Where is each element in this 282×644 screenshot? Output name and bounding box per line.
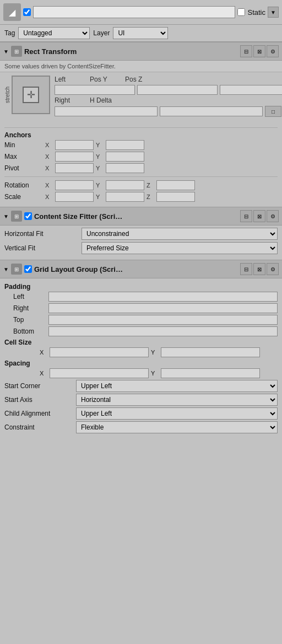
cell-x-axis: X [40,349,47,356]
start-axis-row: Start Axis Horizontal Vertical [4,394,278,406]
rt-header-row2: Right H Delta [55,96,282,104]
posy-input[interactable]: 0.050053 [137,85,218,95]
pivot-x[interactable]: 0 [55,163,94,173]
vertical-fit-row: Vertical Fit Unconstrained Min Size Pref… [4,242,278,254]
constraint-row: Constraint Flexible Fixed Column Count F… [4,421,278,433]
active-checkbox[interactable] [23,8,31,16]
anchors-max-x[interactable]: 1 [55,152,94,162]
scale-x[interactable]: 1 [55,192,94,202]
start-axis-label: Start Axis [4,396,76,404]
tag-select[interactable]: Untagged [18,27,90,39]
rt-values-row2: 0 2081.283 □ R [55,106,282,117]
glg-btn-1[interactable]: ⊟ [240,263,252,275]
rotation-z-label: Z [147,182,154,189]
glg-enable-checkbox[interactable] [24,265,32,273]
anchors-min-x[interactable]: 0 [55,140,94,150]
padding-right-input[interactable]: 0 [48,303,278,313]
padding-left-label: Left [4,293,48,300]
static-checkbox[interactable] [237,8,245,16]
scale-z[interactable]: 1 [156,192,195,202]
scale-y[interactable]: 1 [106,192,144,202]
constraint-select[interactable]: Flexible Fixed Column Count Fixed Row Co… [76,421,278,433]
anchors-min-label: Min [4,141,43,149]
spacing-label: Spacing [4,359,278,367]
pivot-y[interactable]: 1 [106,163,144,173]
posz-input[interactable]: 0 [220,85,282,95]
csf-enable-checkbox[interactable] [24,212,32,220]
cell-y-axis: Y [151,349,159,356]
object-name-input[interactable]: Content [33,6,235,18]
spacing-x-axis: X [40,370,47,377]
scale-z-label: Z [147,194,154,200]
child-alignment-select[interactable]: Upper Left Upper Center Upper Right Midd… [76,407,278,420]
glg-header: ▼ ⊞ Grid Layout Group (Scri… ⊟ ⊠ ⚙ [0,260,282,278]
csf-expand-arrow[interactable]: ▼ [3,213,9,219]
glg-icon: ⊞ [11,264,22,275]
rotation-y[interactable]: 0 [106,180,144,190]
glg-btn-2[interactable]: ⊠ [253,263,265,275]
rt-values-row1: 0 0.050053 0 [55,85,282,95]
horizontal-fit-row: Horizontal Fit Unconstrained Min Size Pr… [4,228,278,240]
start-axis-select[interactable]: Horizontal Vertical [76,394,278,406]
layer-select[interactable]: UI [113,27,168,39]
anchor-cross: ✛ [27,89,35,101]
rotation-x[interactable]: 0 [55,180,94,190]
rotation-row: Rotation X 0 Y 0 Z 0 [4,180,278,190]
padding-top-input[interactable]: 10 [48,315,278,325]
csf-btn-2[interactable]: ⊠ [253,210,265,222]
rt-info-line: Some values driven by ContentSizeFitter. [0,61,282,72]
rt-btn-2[interactable]: ⊠ [253,45,265,57]
spacing-x-input[interactable]: 0 [50,368,149,378]
anchor-box[interactable]: ✛ [12,76,50,114]
scale-x-label: X [45,194,53,200]
glg-btn-gear[interactable]: ⚙ [267,263,279,275]
left-input[interactable]: 0 [55,85,135,95]
cell-size-row: X 200 Y 195 [4,347,278,357]
right-header: Right [55,96,88,104]
props-section: Anchors Min X 0 Y 0 Max X 1 Y 1 Pivot X … [0,122,282,207]
rotation-label: Rotation [4,181,43,189]
cell-y-input[interactable]: 195 [161,347,260,357]
csf-header-btns: ⊟ ⊠ ⚙ [240,210,279,222]
rt-square-btn[interactable]: □ [265,106,281,117]
csf-btn-gear[interactable]: ⚙ [267,210,279,222]
rt-expand-arrow[interactable]: ▼ [3,49,9,55]
padding-top-label: Top [4,316,48,324]
rt-btn-gear[interactable]: ⚙ [267,45,279,57]
start-corner-select[interactable]: Upper Left Upper Right Lower Left Lower … [76,380,278,392]
padding-left-row: Left 11 [4,292,278,302]
vertical-fit-select[interactable]: Unconstrained Min Size Preferred Size [82,242,278,254]
rotation-z[interactable]: 0 [156,180,195,190]
start-corner-label: Start Corner [4,382,76,390]
padding-bottom-input[interactable]: 0 [48,326,278,336]
padding-right-label: Right [4,304,48,312]
glg-expand-arrow[interactable]: ▼ [3,266,9,272]
anchors-max-y-label: Y [96,153,104,160]
layer-label: Layer [93,29,110,37]
posy-header: Pos Y [90,76,123,83]
static-label-wrap: Static [237,8,265,17]
horizontal-fit-select[interactable]: Unconstrained Min Size Preferred Size [82,228,278,240]
csf-btn-1[interactable]: ⊟ [240,210,252,222]
padding-right-row: Right 0 [4,303,278,313]
rt-header-btns: ⊟ ⊠ ⚙ [240,45,279,57]
glg-title: Grid Layout Group (Scri… [34,265,238,273]
vertical-fit-label: Vertical Fit [4,244,82,252]
anchors-max-y[interactable]: 1 [106,152,144,162]
csf-content: Horizontal Fit Unconstrained Min Size Pr… [0,226,282,260]
glg-content: Padding Left 11 Right 0 Top 10 Bottom 0 … [0,278,282,439]
stretch-label: stretch [4,87,10,103]
anchors-min-y[interactable]: 0 [106,140,144,150]
cell-x-input[interactable]: 200 [50,347,149,357]
anchors-min-row: Min X 0 Y 0 [4,140,278,150]
rt-fields: Left Pos Y Pos Z 0 0.050053 0 Right H De… [55,76,282,119]
pivot-row: Pivot X 0 Y 1 [4,163,278,173]
rt-btn-1[interactable]: ⊟ [240,45,252,57]
static-dropdown-btn[interactable]: ▼ [268,7,279,18]
padding-left-input[interactable]: 11 [48,292,278,302]
spacing-y-input[interactable]: 0 [161,368,260,378]
padding-group-label: Padding [4,283,278,291]
rotation-y-label: Y [96,182,104,189]
divider-1 [4,127,278,128]
right-input[interactable]: 0 [55,106,158,116]
